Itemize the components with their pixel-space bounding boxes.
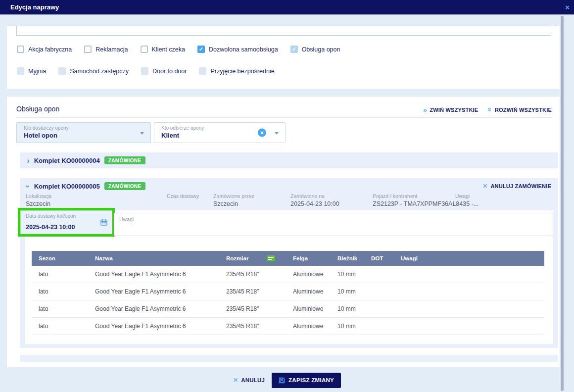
checkbox-klient-czeka[interactable]: Klient czeka: [141, 46, 185, 53]
checkbox-label: Akcja fabryczna: [28, 46, 72, 53]
section-title: Obsługa opon: [16, 105, 59, 113]
cell-bieznik: 10 mm: [331, 271, 364, 278]
select-value: Hotel opon: [24, 132, 57, 139]
save-changes-button[interactable]: ZAPISZ ZMIANY: [272, 373, 341, 388]
field-zamowione-na: Zamówione na 2025-04-23 10:00: [290, 193, 339, 207]
cell-felga: Aluminiowe: [286, 323, 331, 330]
field-value: ZS2123P - TMA7XPPMF36AL8435 -...: [373, 200, 478, 207]
checkbox-przyjecie-bezposrednie: Przyjęcie bezpośrednie: [199, 67, 274, 75]
checkbox-reklamacja[interactable]: Reklamacja: [84, 46, 128, 53]
cancel-button[interactable]: ✕ ANULUJ: [233, 377, 265, 383]
vertical-scrollbar[interactable]: [561, 16, 564, 391]
cell-felga: Aluminiowe: [286, 305, 331, 312]
chevron-down-icon[interactable]: ›: [24, 185, 32, 188]
checkbox-box-disabled: [58, 67, 66, 75]
double-chevron-right-icon: »: [423, 106, 428, 113]
field-value: 2025-04-23 10:00: [26, 224, 75, 231]
table-row[interactable]: lato Good Year Eagle F1 Asymmetric 6 235…: [32, 300, 544, 318]
cancel-order-button[interactable]: ✕ ANULUJ ZAMÓWIENIE: [482, 183, 551, 189]
notes-input[interactable]: Uwagi: [114, 213, 553, 236]
section-links: » ZWIŃ WSZYSTKIE » ROZWIŃ WSZYSTKIE: [423, 106, 552, 113]
checkbox-label: Przyjęcie bezpośrednie: [210, 68, 274, 75]
field-label: Uwagi: [119, 216, 134, 222]
tyre-set-5-panel: › Komplet KO00000005 ZAMÓWIONE ✕ ANULUJ …: [20, 178, 558, 348]
tyre-set-title[interactable]: Komplet KO00000004: [34, 157, 100, 164]
checkbox-box-disabled: [199, 67, 206, 75]
field-label: Data dostawy kół/opon: [26, 213, 76, 219]
checkbox-akcja-fabryczna[interactable]: Akcja fabryczna: [17, 46, 72, 53]
field-value: 2025-04-23 10:00: [290, 200, 339, 207]
expand-all-button[interactable]: » ROZWIŃ WSZYSTKIE: [488, 106, 552, 113]
checkbox-label: Myjnia: [28, 68, 46, 75]
delivery-date-input[interactable]: Data dostawy kół/opon 2025-04-23 10:00: [20, 210, 112, 234]
checkbox-box-checked[interactable]: ✓: [197, 46, 205, 53]
chevron-down-icon[interactable]: [140, 132, 144, 135]
cell-nazwa: Good Year Eagle F1 Asymmetric 6: [88, 305, 219, 312]
tyre-set-5-header[interactable]: › Komplet KO00000005 ZAMÓWIONE: [27, 178, 145, 194]
cell-nazwa: Good Year Eagle F1 Asymmetric 6: [88, 323, 219, 330]
field-label: Zamówione na: [290, 193, 339, 199]
check-icon: ✓: [199, 47, 203, 52]
checkbox-box[interactable]: [141, 46, 148, 53]
checkbox-label: Reklamacja: [96, 46, 128, 53]
cell-bieznik: 10 mm: [331, 323, 364, 330]
cell-felga: Aluminiowe: [286, 271, 331, 278]
tyre-set-4-panel: › Komplet KO00000004 ZAMÓWIONE: [20, 152, 558, 168]
description-textarea[interactable]: [16, 26, 551, 36]
field-label: Czas dostawy: [167, 193, 199, 199]
field-czas-dostawy: Czas dostawy: [167, 193, 199, 200]
clear-selection-icon[interactable]: ✕: [258, 129, 266, 137]
close-icon[interactable]: ×: [565, 3, 570, 11]
field-uwagi: Uwagi: [455, 193, 470, 200]
calendar-icon[interactable]: [100, 219, 107, 226]
checkbox-box[interactable]: [84, 46, 92, 53]
checkbox-label: Door to door: [152, 68, 187, 75]
flags-row-1: Akcja fabryczna Reklamacja Klient czeka …: [17, 46, 340, 53]
status-badge: ZAMÓWIONE: [104, 156, 145, 164]
tyre-supplier-select[interactable]: Kto dostarczy opony Hotel opon: [16, 122, 151, 143]
col-header-rozmiar: Rozmiar: [219, 255, 286, 261]
chevron-right-icon[interactable]: ›: [27, 156, 30, 165]
checkbox-door-to-door: Door to door: [141, 67, 187, 75]
field-zamowione-przez: Zamówione przez Szczecin: [213, 193, 254, 207]
checkbox-label: Obsługa opon: [302, 46, 340, 53]
table-row[interactable]: lato Good Year Eagle F1 Asymmetric 6 235…: [32, 266, 544, 283]
cell-rozmiar: 235/45 R18": [219, 271, 286, 278]
save-label: ZAPISZ ZMIANY: [288, 377, 334, 383]
checkbox-dozwolona-samoobsluga[interactable]: ✓ Dozwolona samoobsługa: [197, 46, 278, 53]
tyre-set-4-header[interactable]: › Komplet KO00000004 ZAMÓWIONE: [27, 152, 145, 168]
table-row[interactable]: lato Good Year Eagle F1 Asymmetric 6 235…: [32, 283, 544, 300]
col-header-bieznik: Bieżnik: [331, 255, 364, 261]
col-header-felga: Felga: [286, 255, 331, 261]
checkbox-label: Klient czeka: [152, 46, 185, 53]
cell-sezon: lato: [32, 271, 88, 278]
double-chevron-down-icon: »: [486, 107, 494, 112]
cell-rozmiar: 235/45 R18": [219, 323, 286, 330]
check-icon: ✓: [292, 47, 296, 52]
status-badge: ZAMÓWIONE: [104, 182, 145, 190]
comment-icon[interactable]: [267, 255, 275, 261]
flags-row-2: Myjnia Samochód zastępczy Door to door P…: [17, 67, 275, 75]
tyre-receiver-select[interactable]: Kto odbierze opony Klient ✕: [154, 122, 286, 143]
field-value: Szczecin: [213, 200, 254, 207]
modal-title: Edycja naprawy: [10, 3, 59, 11]
field-label: Uwagi: [455, 193, 470, 199]
checkbox-label: Dozwolona samoobsługa: [209, 46, 278, 53]
table-row[interactable]: lato Good Year Eagle F1 Asymmetric 6 235…: [32, 318, 544, 335]
col-header-uwagi: Uwagi: [394, 255, 544, 261]
tyre-table-header: Sezon Nazwa Rozmiar Felga Bieżnik DOT Uw…: [32, 251, 544, 266]
modal-titlebar: Edycja naprawy ×: [0, 0, 574, 15]
col-header-label: Rozmiar: [226, 255, 248, 261]
checkbox-box[interactable]: [17, 46, 24, 53]
collapsed-section-strip: [20, 355, 558, 362]
delivery-date-highlight: Data dostawy kół/opon 2025-04-23 10:00: [18, 208, 115, 237]
tyre-set-title[interactable]: Komplet KO00000005: [34, 183, 100, 190]
cell-sezon: lato: [32, 323, 88, 330]
chevron-down-icon[interactable]: [275, 132, 279, 135]
cell-nazwa: Good Year Eagle F1 Asymmetric 6: [88, 271, 219, 278]
cell-bieznik: 10 mm: [331, 305, 364, 312]
cancel-order-label: ANULUJ ZAMÓWIENIE: [490, 183, 551, 189]
collapse-all-button[interactable]: » ZWIŃ WSZYSTKIE: [423, 106, 478, 113]
collapse-all-label: ZWIŃ WSZYSTKIE: [430, 107, 478, 113]
checkbox-box-checked-disabled: ✓: [290, 46, 298, 53]
